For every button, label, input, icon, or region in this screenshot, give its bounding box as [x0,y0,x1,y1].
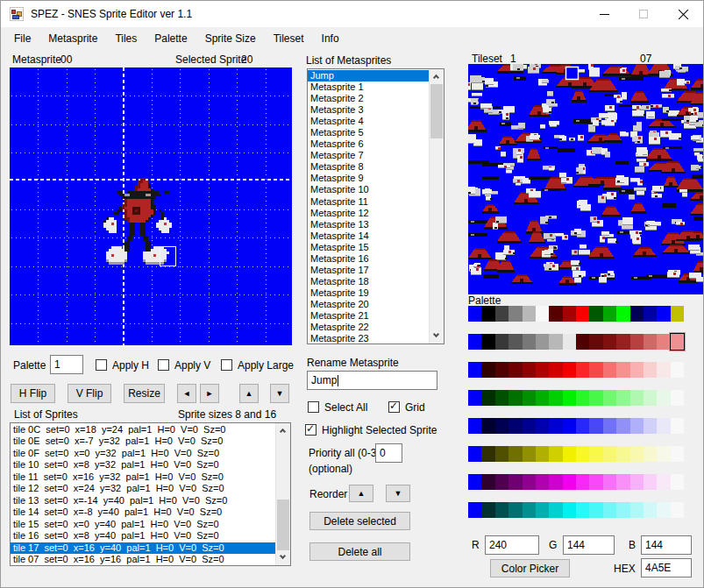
palette-swatch[interactable] [576,446,589,462]
palette-swatch[interactable] [616,390,629,406]
palette-swatch[interactable] [536,334,549,350]
metasprite-list-item[interactable]: Metasprite 2 [308,93,429,104]
metasprite-list-item[interactable]: Metasprite 11 [308,196,429,208]
palette-swatch[interactable] [589,474,602,490]
scroll-up-button[interactable] [276,423,290,438]
palette-swatch[interactable] [549,306,562,322]
palette-swatch[interactable] [481,362,494,378]
palette-swatch[interactable] [657,418,670,434]
resize-button[interactable]: Resize [124,384,165,403]
palette-swatch[interactable] [657,446,670,462]
sprite-list-item[interactable]: tile 17 set=0 x=16 y=40 pal=1 H=0 V=0 Sz… [11,542,275,554]
palette-swatch[interactable] [536,390,549,406]
sprite-list-item[interactable]: tile 11 set=0 x=16 y=32 pal=1 H=0 V=0 Sz… [11,471,275,483]
palette-swatch[interactable] [576,390,589,406]
palette-swatch[interactable] [495,474,508,490]
palette-swatch[interactable] [589,334,602,350]
delete-selected-button[interactable]: Delete selected [309,512,410,530]
palette-swatch[interactable] [563,418,576,434]
sprite-list-item[interactable]: tile 15 set=0 x=0 y=40 pal=1 H=0 V=0 Sz=… [11,519,275,530]
palette-swatch[interactable] [481,418,494,434]
palette-number-input[interactable]: 1 [50,355,83,374]
palette-swatch[interactable] [630,334,644,350]
palette-swatch[interactable] [589,418,602,434]
palette-swatch[interactable] [671,306,684,322]
palette-swatch[interactable] [523,502,536,518]
palette-swatch[interactable] [616,502,629,518]
palette-swatch[interactable] [468,362,481,378]
palette-swatch[interactable] [549,474,562,490]
metasprite-list-item[interactable]: Metasprite 6 [308,138,429,150]
rename-input[interactable]: Jump [307,371,437,390]
palette-swatch[interactable] [603,334,616,350]
palette-swatch[interactable] [657,362,670,378]
metasprite-list-item[interactable]: Metasprite 22 [308,322,429,333]
palette-swatch[interactable] [508,334,522,350]
sprite-list-item[interactable]: tile 0C set=0 x=18 y=24 pal=1 H=0 V=0 Sz… [11,424,275,436]
palette-swatch[interactable] [481,390,494,406]
sprite-list-item[interactable]: tile 16 set=0 x=8 y=40 pal=1 H=0 V=0 Sz=… [11,530,275,542]
palette-swatch[interactable] [576,418,589,434]
palette-swatch[interactable] [616,446,629,462]
palette-swatch[interactable] [495,446,508,462]
metasprite-list-item[interactable]: Metasprite 7 [308,150,429,161]
menu-metasprite[interactable]: Metasprite [39,27,106,50]
palette-swatch[interactable] [495,334,508,350]
metasprite-list-item[interactable]: Metasprite 14 [308,230,429,242]
palette-swatch[interactable] [630,446,644,462]
palette-swatch[interactable] [481,446,494,462]
menu-palette[interactable]: Palette [146,27,196,50]
scroll-thumb[interactable] [277,499,289,550]
palette-swatch[interactable] [549,362,562,378]
palette-swatch[interactable] [549,390,562,406]
metasprite-list-item[interactable]: Metasprite 13 [308,219,429,230]
palette-swatch[interactable] [644,362,657,378]
palette-swatch[interactable] [603,502,616,518]
scroll-thumb[interactable] [430,84,443,138]
menu-tileset[interactable]: Tileset [265,27,313,50]
v-flip-button[interactable]: V Flip [68,384,111,403]
palette-swatch[interactable] [589,390,602,406]
palette-swatch[interactable] [495,502,508,518]
palette-swatch[interactable] [630,502,644,518]
palette-swatch[interactable] [616,334,629,350]
palette-swatch[interactable] [536,446,549,462]
palette-swatch[interactable] [603,418,616,434]
palette-swatch[interactable] [536,474,549,490]
palette-swatch[interactable] [508,362,522,378]
palette-swatch[interactable] [481,502,494,518]
palette-swatch[interactable] [468,418,481,434]
palette-swatch[interactable] [603,474,616,490]
palette-swatch[interactable] [576,334,589,350]
palette-swatch[interactable] [549,334,562,350]
metasprite-list-item[interactable]: Metasprite 16 [308,253,429,265]
delete-all-button[interactable]: Delete all [309,542,410,561]
move-down-button[interactable]: ▼ [270,384,289,403]
tileset-canvas[interactable] [468,64,704,294]
palette-swatch[interactable] [523,446,536,462]
palette-swatch[interactable] [657,306,670,322]
metasprite-list-item[interactable]: Metasprite 15 [308,242,429,253]
red-input[interactable]: 240 [485,535,539,555]
palette-swatch[interactable] [644,390,657,406]
palette-swatch[interactable] [589,306,602,322]
palette-swatch[interactable] [508,446,522,462]
palette-swatch[interactable] [657,502,670,518]
sprite-list-item[interactable]: tile 0F set=0 x=0 y=32 pal=1 H=0 V=0 Sz=… [11,448,275,459]
metasprite-list-item[interactable]: Jump [308,70,429,81]
blue-input[interactable]: 144 [641,535,692,555]
metasprite-list-item[interactable]: Metasprite 19 [308,287,429,299]
palette-swatch[interactable] [644,446,657,462]
palette-swatch[interactable] [657,390,670,406]
palette-swatch[interactable] [536,362,549,378]
palette-swatch[interactable] [549,502,562,518]
select-all-checkbox[interactable] [308,401,319,413]
palette-swatch[interactable] [603,390,616,406]
palette-swatch[interactable] [644,334,657,350]
palette-swatch[interactable] [576,362,589,378]
palette-swatch[interactable] [616,418,629,434]
palette-swatch[interactable] [563,306,576,322]
metasprite-list-item[interactable]: Metasprite 5 [308,127,429,138]
metasprite-list-item[interactable]: Metasprite 9 [308,173,429,184]
palette-swatch[interactable] [644,418,657,434]
